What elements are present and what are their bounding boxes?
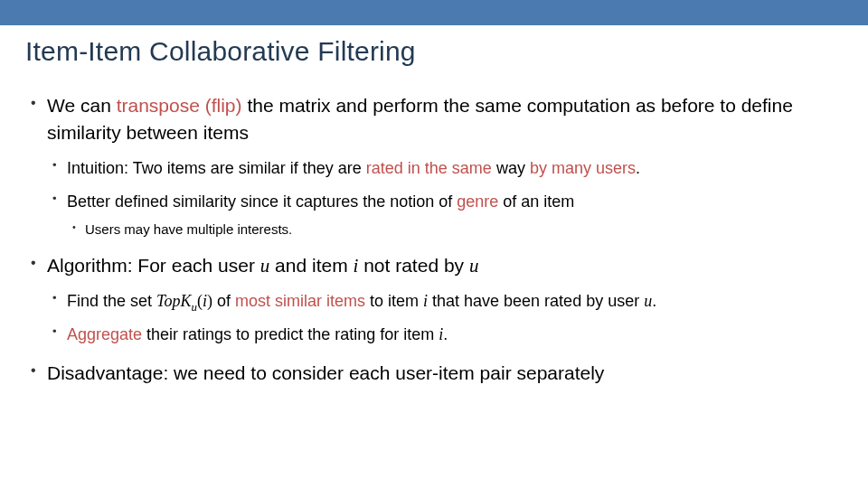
accent-bar	[0, 0, 868, 25]
slide-content: Item-Item Collaborative Filtering We can…	[0, 25, 868, 387]
text: that have been rated by user	[428, 292, 644, 310]
text: Users may have multiple interests.	[85, 221, 292, 237]
text-highlight: genre	[457, 192, 503, 211]
math-u: u	[469, 255, 479, 277]
math-u: u	[644, 292, 652, 310]
text-highlight: rated in the same	[366, 159, 496, 177]
bullet-algorithm: Algorithm: For each user u and item i no…	[25, 252, 843, 346]
text: and item	[269, 255, 353, 276]
text: .	[636, 159, 640, 177]
bullet-interests: Users may have multiple interests.	[67, 220, 843, 240]
sub-list: Find the set TopKu(i) of most similar it…	[47, 289, 843, 347]
sub-sub-list: Users may have multiple interests.	[67, 220, 843, 240]
bullet-aggregate: Aggregate their ratings to predict the r…	[47, 323, 843, 347]
text: Intuition: Two items are similar if they…	[67, 159, 366, 177]
text: not rated by	[358, 255, 469, 276]
text-highlight: by many users	[530, 159, 636, 177]
sub-list: Intuition: Two items are similar if they…	[47, 156, 843, 240]
text: .	[443, 325, 448, 343]
text: to item	[370, 292, 423, 310]
bullet-topk: Find the set TopKu(i) of most similar it…	[47, 289, 843, 314]
bullet-transpose: We can transpose (flip) the matrix and p…	[25, 92, 843, 239]
text-highlight: transpose (flip)	[117, 95, 248, 116]
text: of	[212, 292, 235, 310]
math-u: u	[260, 255, 270, 277]
text: Find the set	[67, 292, 156, 310]
text: Disadvantage: we need to consider each u…	[47, 362, 604, 383]
text-highlight: Aggregate	[67, 325, 146, 343]
text: way	[496, 159, 530, 177]
text: their ratings to predict the rating for …	[146, 325, 439, 343]
text: Algorithm: For each user	[47, 255, 260, 276]
bullet-intuition: Intuition: Two items are similar if they…	[47, 156, 843, 181]
bullet-genre: Better defined similarity since it captu…	[47, 190, 843, 240]
text: We can	[47, 95, 117, 116]
slide-title: Item-Item Collaborative Filtering	[25, 36, 843, 67]
math-topk: TopKu	[156, 292, 197, 310]
text: of an item	[503, 192, 574, 211]
text: Better defined similarity since it captu…	[67, 192, 457, 211]
text-highlight: most similar items	[235, 292, 370, 310]
text: .	[652, 292, 656, 310]
bullet-list: We can transpose (flip) the matrix and p…	[25, 92, 843, 387]
bullet-disadvantage: Disadvantage: we need to consider each u…	[25, 360, 843, 387]
